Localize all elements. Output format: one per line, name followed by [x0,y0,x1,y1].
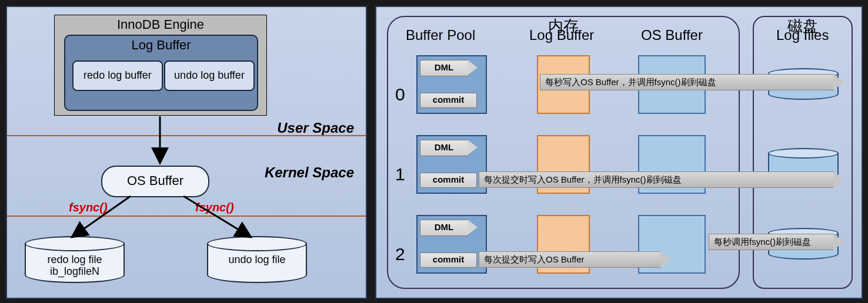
commit-tag-row1: commit [420,173,477,188]
dml-tag-row2: DML [420,220,468,236]
flow-desc-row2-a: 每次提交时写入OS Buffer [479,251,661,268]
log-buffer-box: Log Buffer redo log buffer undo log buff… [64,35,258,111]
row-number-2: 2 [395,244,405,264]
flow-desc-row0-a: 每秒写入OS Buffer，并调用fsync()刷到磁盘 [540,74,834,90]
innodb-engine-box: InnoDB Engine Log Buffer redo log buffer… [54,15,267,116]
row-number-0: 0 [395,85,405,105]
redo-log-file-line2: ib_logfileN [50,265,99,277]
os-buffer-node: OS Buffer [101,166,209,197]
undo-log-file-label: undo log file [207,254,307,265]
col-log-buffer: Log Buffer [529,27,594,43]
user-space-label: User Space [277,120,354,136]
flow-desc-row2-b: 每秒调用fsync()刷到磁盘 [709,234,834,250]
commit-tag-row0: commit [420,93,477,108]
col-log-files: Log files [776,27,829,43]
undo-log-file-cylinder: undo log file [207,236,307,289]
kernel-space-label: Kernel Space [265,164,354,181]
dml-tag-row1: DML [420,140,468,156]
dml-tag-row0: DML [420,60,468,76]
col-buffer-pool: Buffer Pool [406,27,475,43]
fsync-label-left: fsync() [69,201,108,214]
commit-tag-row2: commit [420,253,477,268]
flow-desc-row1-a: 每次提交时写入OS Buffer，并调用fsync()刷到磁盘 [479,171,834,188]
redo-log-buffer-box: redo log buffer [72,60,163,91]
undo-log-buffer-box: undo log buffer [164,60,255,91]
kernel-disk-divider [7,216,366,217]
row-number-1: 1 [395,164,405,184]
innodb-engine-title: InnoDB Engine [55,17,266,32]
log-buffer-title: Log Buffer [65,38,257,53]
redo-log-file-cylinder: redo log fileib_logfileN [25,236,125,289]
user-kernel-divider [7,135,366,136]
col-os-buffer: OS Buffer [641,27,703,43]
flush-mode-diagram: 内存 磁盘 Buffer Pool Log Buffer OS Buffer L… [375,6,863,299]
innodb-log-architecture-diagram: InnoDB Engine Log Buffer redo log buffer… [6,6,367,299]
fsync-label-right: fsync() [195,201,234,214]
redo-log-file-line1: redo log file [47,254,102,265]
